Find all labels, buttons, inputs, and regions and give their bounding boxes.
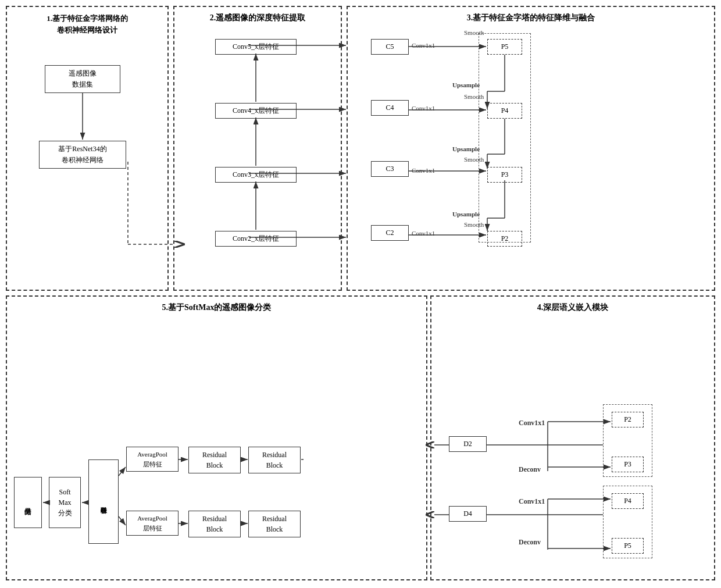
sec4-p2-box: P2 [612, 412, 644, 427]
conv3-box: Conv3_x层特征 [215, 167, 297, 183]
section1: 1.基于特征金字塔网络的卷积神经网络设计 遥感图像数据集 基于ResNet34的… [6, 6, 169, 291]
section5: 5.基于SoftMax的遥感图像分类 分类结果 SoftMax分类 串联融合特征… [6, 295, 427, 580]
smooth-label-4: Smooth [464, 93, 484, 100]
residual-block-2-bot: ResidualBlock [248, 511, 301, 537]
sec4-p5-box: P5 [612, 538, 644, 554]
section4-title: 4.深层语义嵌入模块 [437, 302, 708, 313]
sec4-p3-box: P3 [612, 457, 644, 472]
upsample-label-1: Upsample [452, 81, 480, 88]
p5-box: P5 [487, 39, 522, 55]
classify-result-box: 分类结果 [14, 477, 42, 528]
smooth-label-5: Smooth [464, 29, 484, 36]
serial-fusion-box: 串联融合特征 [88, 459, 119, 544]
diagram-container: 1.基于特征金字塔网络的卷积神经网络设计 遥感图像数据集 基于ResNet34的… [0, 0, 721, 588]
conv1x1-top-label: Conv1x1 [519, 419, 545, 427]
upsample-label-2: Upsample [452, 145, 480, 152]
svg-line-24 [119, 467, 126, 476]
section3: 3.基于特征金字塔的特征降维与融合 C5 C4 C3 C2 P5 P4 P3 P… [347, 6, 715, 291]
residual-block-2-top: ResidualBlock [248, 447, 301, 473]
residual-block-1-top: ResidualBlock [188, 447, 241, 473]
conv1x1-label-4: Conv1x1 [412, 105, 435, 112]
deconv-top-label: Deconv [519, 465, 541, 474]
dataset-box: 遥感图像数据集 [45, 65, 120, 93]
p3-box: P3 [487, 167, 522, 183]
c2-box: C2 [371, 225, 409, 241]
conv5-box: Conv5_x层特征 [215, 39, 297, 55]
c3-box: C3 [371, 161, 409, 177]
d2-box: D2 [449, 436, 487, 452]
resnet-box: 基于ResNet34的卷积神经网络 [39, 141, 126, 169]
conv1x1-label-2: Conv1x1 [412, 230, 435, 237]
conv1x1-label-3: Conv1x1 [412, 167, 435, 174]
conv2-box: Conv2_x层特征 [215, 231, 297, 247]
smooth-label-3: Smooth [464, 156, 484, 163]
avgpool-bot-box: AveragPool层特征 [126, 511, 179, 536]
conv1x1-bot-label: Conv1x1 [519, 497, 545, 506]
sec4-p4-box: P4 [612, 493, 644, 509]
conv1x1-label-5: Conv1x1 [412, 42, 435, 49]
d4-box: D4 [449, 506, 487, 522]
avgpool-top-box: AveragPool层特征 [126, 447, 179, 472]
section4: 4.深层语义嵌入模块 D2 D4 Conv1x1 Deconv Conv1x1 … [430, 295, 715, 580]
c5-box: C5 [371, 39, 409, 55]
smooth-label-2: Smooth [464, 221, 484, 228]
upsample-label-3: Upsample [452, 211, 480, 218]
p-dashed-group [479, 33, 531, 243]
section1-title: 1.基于特征金字塔网络的卷积神经网络设计 [13, 13, 162, 35]
c4-box: C4 [371, 100, 409, 116]
section2-title: 2.遥感图像的深度特征提取 [180, 13, 335, 23]
deconv-bot-label: Deconv [519, 538, 541, 547]
svg-line-25 [119, 516, 126, 525]
section2: 2.遥感图像的深度特征提取 Conv5_x层特征 Conv4_x层特征 Conv… [173, 6, 342, 291]
residual-block-1-bot: ResidualBlock [188, 511, 241, 537]
p4-box: P4 [487, 103, 522, 119]
conv4-box: Conv4_x层特征 [215, 103, 297, 119]
section3-title: 3.基于特征金字塔的特征降维与融合 [354, 13, 708, 23]
p2-box: P2 [487, 231, 522, 247]
section5-title: 5.基于SoftMax的遥感图像分类 [13, 302, 420, 313]
softmax-box: SoftMax分类 [49, 477, 81, 528]
